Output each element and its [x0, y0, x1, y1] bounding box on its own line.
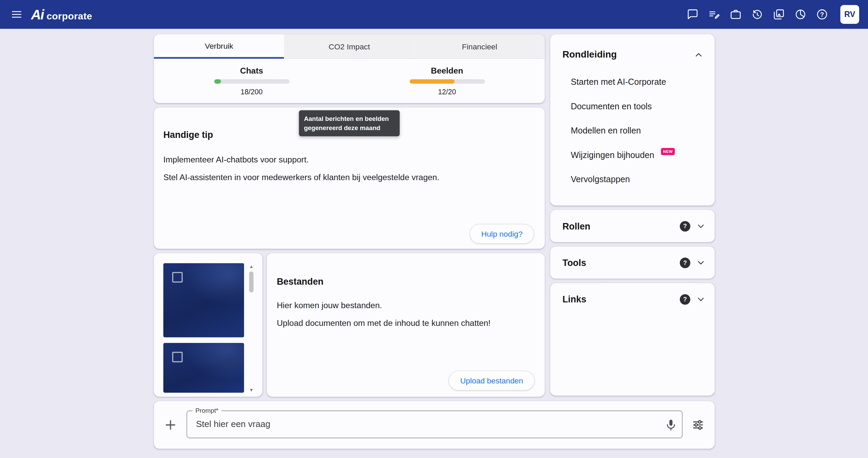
tour-item-documenten[interactable]: Documenten en tools — [562, 94, 706, 119]
history-icon[interactable] — [751, 8, 764, 21]
settings-button[interactable] — [691, 418, 705, 431]
chats-meter: Chats 18/200 — [154, 59, 349, 103]
tip-line2: Stel AI-assistenten in voor medewerkers … — [163, 172, 535, 182]
chats-value: 18/200 — [241, 88, 263, 96]
new-badge: NEW — [661, 148, 675, 155]
rollen-header[interactable]: Rollen ? — [550, 210, 715, 242]
image-checkbox[interactable] — [172, 352, 183, 362]
help-needed-button[interactable]: Hulp nodig? — [470, 224, 534, 244]
tour-list: Starten met AI-Corporate Documenten en t… — [562, 70, 706, 192]
tools-title: Tools — [562, 257, 586, 268]
usage-tabs: Verbruik CO2 Impact Financieel — [154, 34, 545, 59]
images-progressbar — [409, 79, 485, 84]
collapse-button[interactable] — [691, 48, 706, 62]
links-header[interactable]: Links ? — [550, 283, 715, 315]
links-actions: ? — [680, 294, 706, 304]
pie-chart-icon[interactable] — [794, 8, 807, 21]
tools-header[interactable]: Tools ? — [550, 247, 715, 279]
files-line1: Hier komen jouw bestanden. — [277, 300, 535, 310]
tour-item-label: Vervolgstappen — [571, 174, 630, 184]
scrollbar-thumb[interactable] — [249, 271, 253, 293]
hamburger-icon — [11, 8, 23, 20]
thumbnails-scrollbar[interactable]: ▲ ▼ — [248, 264, 255, 393]
logo-mark: Ai — [31, 6, 44, 22]
prompt-field: Prompt* — [186, 411, 683, 438]
gallery-icon[interactable] — [772, 8, 786, 21]
tour-item-label: Starten met AI-Corporate — [571, 77, 666, 87]
tour-header: Rondleiding — [562, 48, 706, 62]
tour-item-label: Wijzigingen bijhouden — [571, 150, 654, 160]
help-icon[interactable]: ? — [680, 294, 690, 304]
tour-item-starten[interactable]: Starten met AI-Corporate — [562, 70, 706, 94]
scroll-down-icon[interactable]: ▼ — [249, 388, 253, 393]
tooltip-line1: Aantal berichten en beelden — [304, 114, 395, 123]
links-title: Links — [562, 294, 586, 304]
images-meter: Beelden 12/20 — [349, 59, 545, 103]
image-checkbox[interactable] — [172, 272, 183, 283]
usage-tooltip: Aantal berichten en beelden gegenereerd … — [299, 110, 400, 137]
app-header: Ai corporate ? RV — [0, 0, 868, 29]
tab-verbruik[interactable]: Verbruik — [154, 34, 284, 59]
microphone-button[interactable] — [663, 417, 679, 433]
images-value: 12/20 — [438, 88, 456, 96]
app-logo: Ai corporate — [31, 6, 92, 22]
tour-title: Rondleiding — [562, 49, 617, 61]
tour-card: Rondleiding Starten met AI-Corporate Doc… — [550, 34, 715, 206]
tune-icon — [691, 418, 705, 431]
chevron-down-icon — [696, 294, 706, 304]
tab-financieel[interactable]: Financieel — [414, 34, 545, 59]
usage-card: Verbruik CO2 Impact Financieel Chats 18/… — [154, 34, 545, 103]
plus-icon — [163, 418, 178, 432]
tools-actions: ? — [680, 257, 706, 268]
header-actions: ? RV — [686, 5, 859, 24]
logo-text: corporate — [47, 10, 92, 22]
images-progress-fill — [409, 79, 455, 84]
help-icon[interactable]: ? — [680, 257, 690, 268]
images-label: Beelden — [431, 66, 463, 76]
edit-note-icon[interactable] — [707, 8, 721, 21]
chat-icon[interactable] — [686, 8, 699, 21]
add-attachment-button[interactable] — [163, 417, 178, 433]
rollen-card: Rollen ? — [550, 210, 715, 242]
prompt-input[interactable] — [187, 411, 682, 438]
chevron-down-icon — [696, 221, 706, 231]
usage-meters: Chats 18/200 Beelden 12/20 — [154, 59, 545, 103]
files-line2: Upload documenten om met de inhoud te ku… — [277, 318, 535, 328]
tools-card: Tools ? — [550, 247, 715, 279]
prompt-label: Prompt* — [193, 407, 221, 414]
tour-item-wijzigingen[interactable]: Wijzigingen bijhouden NEW — [562, 143, 706, 168]
tour-item-label: Modellen en rollen — [571, 126, 641, 136]
tour-item-label: Documenten en tools — [571, 101, 652, 111]
image-thumbnail[interactable] — [163, 263, 244, 337]
svg-text:?: ? — [820, 11, 824, 18]
tour-item-modellen[interactable]: Modellen en rollen — [562, 119, 706, 143]
help-icon[interactable]: ? — [680, 221, 690, 231]
chats-label: Chats — [240, 66, 263, 76]
app-viewport: Ai corporate ? RV — [0, 0, 868, 458]
chats-progress-fill — [214, 79, 221, 84]
images-panel: ▲ ▼ — [154, 253, 262, 397]
menu-icon[interactable] — [9, 7, 24, 22]
scroll-up-icon[interactable]: ▲ — [249, 264, 253, 270]
tip-line1: Implementeer AI-chatbots voor support. — [163, 155, 535, 164]
briefcase-icon[interactable] — [729, 8, 742, 21]
upload-files-button[interactable]: Upload bestanden — [448, 370, 535, 391]
rollen-actions: ? — [680, 221, 706, 231]
prompt-bar: Prompt* — [154, 401, 715, 449]
chevron-down-icon — [696, 258, 706, 268]
tab-co2-impact[interactable]: CO2 Impact — [284, 34, 414, 59]
microphone-icon — [664, 418, 677, 431]
files-title: Bestanden — [277, 277, 535, 287]
tooltip-line2: gegenereerd deze maand — [304, 123, 395, 132]
help-icon[interactable]: ? — [815, 8, 829, 21]
links-card: Links ? — [550, 283, 715, 395]
user-avatar[interactable]: RV — [840, 5, 859, 24]
files-card: Bestanden Hier komen jouw bestanden. Upl… — [267, 253, 545, 397]
chevron-up-icon — [694, 50, 704, 60]
rollen-title: Rollen — [562, 221, 590, 231]
image-thumbnail[interactable] — [163, 343, 244, 393]
chats-progressbar — [214, 79, 289, 84]
tour-item-vervolgstappen[interactable]: Vervolgstappen — [562, 167, 706, 192]
